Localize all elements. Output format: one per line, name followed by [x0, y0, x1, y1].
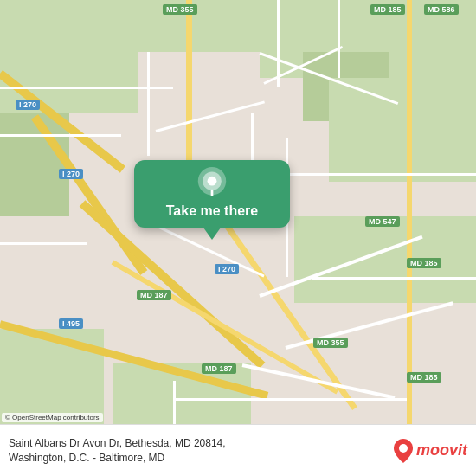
badge-md586: MD 586	[424, 4, 459, 15]
svg-point-2	[208, 177, 217, 186]
md355-road-n	[186, 0, 192, 173]
park-east	[329, 78, 476, 182]
badge-md185-bot: MD 185	[407, 372, 441, 383]
badge-md187-bot: MD 187	[202, 363, 236, 374]
osm-text: © OpenStreetMap contributors	[5, 414, 100, 421]
park-west-mid	[0, 113, 69, 216]
badge-i270-se: I 270	[215, 264, 239, 274]
badge-md185-mid: MD 185	[407, 258, 441, 268]
road-h6	[173, 398, 407, 401]
badge-i270-nw: I 270	[16, 100, 40, 110]
bottom-bar: Saint Albans Dr Avon Dr, Bethesda, MD 20…	[0, 424, 476, 476]
moovit-label: moovit	[416, 441, 467, 460]
location-pin-icon	[196, 167, 228, 198]
road-h4	[268, 173, 476, 176]
map-container: I 270 I 270 I 270 I 495 MD 355 MD 355 MD…	[0, 0, 476, 424]
badge-md187-mid: MD 187	[137, 290, 171, 300]
road-h3	[0, 242, 87, 245]
badge-i270-mid: I 270	[59, 169, 83, 179]
road-v1	[147, 52, 150, 156]
callout-label: Take me there	[166, 203, 258, 219]
badge-i495: I 495	[59, 318, 83, 329]
callout-box[interactable]: Take me there	[134, 160, 290, 228]
callout-tail	[203, 228, 221, 240]
road-h1	[0, 87, 173, 89]
road-v5	[338, 0, 340, 78]
address-line2: Washington, D.C. - Baltimore, MD	[9, 451, 385, 466]
road-h2	[0, 134, 121, 137]
road-v4	[277, 0, 280, 87]
badge-md355-s: MD 355	[313, 338, 348, 348]
road-h5	[312, 277, 476, 280]
moovit-pin-icon	[394, 439, 413, 463]
address-line1: Saint Albans Dr Avon Dr, Bethesda, MD 20…	[9, 436, 385, 451]
badge-md355-n: MD 355	[163, 4, 197, 15]
badge-md185-n: MD 185	[370, 4, 405, 15]
svg-point-3	[399, 444, 408, 453]
badge-md547: MD 547	[365, 216, 400, 227]
road-v6	[173, 381, 176, 424]
take-me-there-callout[interactable]: Take me there	[134, 160, 290, 240]
park-north-mid	[138, 0, 260, 52]
moovit-logo: moovit	[394, 439, 467, 463]
park-se	[294, 216, 476, 303]
address-block: Saint Albans Dr Avon Dr, Bethesda, MD 20…	[9, 436, 385, 466]
md185-road	[407, 0, 412, 424]
osm-attribution: © OpenStreetMap contributors	[2, 413, 103, 422]
